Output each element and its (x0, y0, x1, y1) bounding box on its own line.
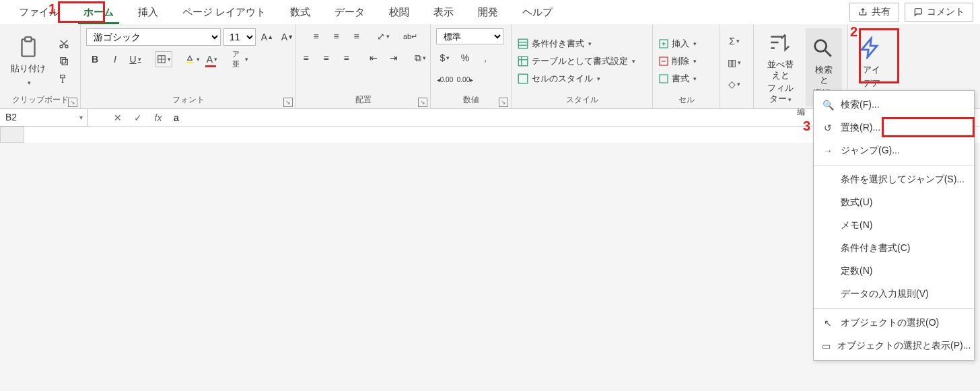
borders-button[interactable] (155, 51, 172, 67)
group-alignment: ≡ ≡ ≡ ⤢ ab↵ ≡ ≡ ≡ ⇤ ⇥ ⧉ 配置 ↘ (296, 24, 431, 108)
font-name-combo[interactable]: 游ゴシック (86, 28, 221, 46)
menu-notes[interactable]: メモ(N) (814, 214, 974, 237)
menu-selection-pane[interactable]: ▭ オブジェクトの選択と表示(P)... (814, 334, 974, 357)
number-launcher[interactable]: ↘ (499, 98, 508, 107)
clipboard-group-title: クリップボード (5, 94, 75, 107)
annotation-number-1: 1 (48, 1, 56, 17)
decrease-indent-button[interactable]: ⇤ (365, 50, 382, 66)
tab-insert[interactable]: 挿入 (126, 2, 170, 23)
comma-style-button[interactable]: , (477, 50, 494, 66)
increase-decimal-button[interactable]: ◂0.00 (436, 71, 454, 87)
share-button[interactable]: 共有 (849, 3, 899, 22)
group-font: 游ゴシック 11 A▲ A▼ B I U (81, 24, 296, 108)
group-number: 標準 $ % , ◂0.00 0.00▸ 数値 ↘ (431, 24, 512, 108)
align-middle-button[interactable]: ≡ (328, 28, 345, 44)
cell-styles-label: セルのスタイル (532, 73, 593, 85)
paste-button[interactable]: 貼り付け (5, 28, 51, 94)
alignment-launcher[interactable]: ↘ (418, 98, 427, 107)
menu-goto-label: ジャンプ(G)... (841, 145, 900, 157)
underline-button[interactable]: U (127, 51, 144, 67)
wrap-text-button[interactable]: ab↵ (402, 28, 419, 44)
table-format-label: テーブルとして書式設定 (532, 55, 628, 67)
menu-find[interactable]: 🔍 検索(F)... (814, 94, 974, 116)
cut-button[interactable] (55, 36, 73, 52)
share-icon (858, 7, 868, 17)
align-center-button[interactable]: ≡ (318, 50, 335, 66)
format-cells-button[interactable]: 書式 (658, 73, 697, 85)
clear-button[interactable]: ◇ (726, 76, 743, 92)
select-all-corner[interactable] (0, 127, 24, 143)
format-as-table-button[interactable]: テーブルとして書式設定 (517, 55, 635, 67)
align-right-button[interactable]: ≡ (338, 50, 355, 66)
annotation-box-1 (58, 1, 105, 23)
conditional-format-button[interactable]: 条件付き書式 (517, 38, 635, 50)
enter-formula-button[interactable]: ✓ (128, 112, 148, 123)
italic-button[interactable]: I (106, 51, 124, 67)
copy-button[interactable] (55, 53, 73, 69)
tab-developer[interactable]: 開発 (466, 2, 510, 23)
number-format-combo[interactable]: 標準 (436, 28, 503, 44)
tab-help[interactable]: ヘルプ (510, 2, 565, 23)
align-left-button[interactable]: ≡ (298, 50, 315, 66)
insert-cells-button[interactable]: 挿入 (658, 38, 697, 50)
tab-view[interactable]: 表示 (421, 2, 466, 23)
sort-filter-button[interactable]: 並べ替えと フィルター (759, 28, 802, 106)
pointer-icon: ↖ (822, 318, 834, 328)
font-color-button[interactable]: A (203, 51, 221, 67)
menu-notes-label: メモ(N) (841, 219, 872, 232)
cell-styles-button[interactable]: セルのスタイル (517, 73, 635, 85)
comment-icon (913, 7, 923, 17)
autosum-button[interactable]: Σ (726, 33, 743, 49)
tab-page-layout[interactable]: ページ レイアウト (170, 2, 278, 23)
align-top-button[interactable]: ≡ (308, 28, 325, 44)
increase-font-button[interactable]: A▲ (258, 29, 276, 45)
menu-formulas[interactable]: 数式(U) (814, 191, 974, 214)
fx-button[interactable]: fx (148, 112, 168, 123)
decrease-decimal-button[interactable]: 0.00▸ (456, 71, 474, 87)
menu-find-label: 検索(F)... (841, 99, 880, 111)
find-select-icon (811, 36, 837, 62)
format-painter-button[interactable] (55, 71, 73, 87)
increase-indent-button[interactable]: ⇥ (385, 50, 403, 66)
svg-point-14 (815, 40, 827, 51)
svg-rect-4 (62, 59, 67, 65)
cancel-formula-button[interactable]: ✕ (108, 112, 128, 123)
font-group-title: フォント (86, 94, 290, 107)
merge-center-button[interactable]: ⧉ (412, 50, 429, 66)
menu-goto-special[interactable]: 条件を選択してジャンプ(S)... (814, 168, 974, 191)
svg-rect-10 (518, 74, 528, 83)
cond-format-label: 条件付き書式 (532, 38, 584, 50)
tab-data[interactable]: データ (322, 2, 377, 23)
font-size-combo[interactable]: 11 (223, 28, 256, 46)
search-icon: 🔍 (822, 100, 834, 110)
orientation-button[interactable]: ⤢ (375, 28, 392, 44)
comment-button[interactable]: コメント (905, 3, 973, 22)
clipboard-launcher[interactable]: ↘ (68, 98, 77, 107)
menu-goto[interactable]: → ジャンプ(G)... (814, 139, 974, 162)
menu-data-validation[interactable]: データの入力規則(V) (814, 283, 974, 306)
phonetic-guide-button[interactable]: ア亜 (232, 51, 249, 67)
fill-color-button[interactable] (183, 51, 201, 67)
delete-cells-label: 削除 (672, 55, 689, 67)
menu-constants[interactable]: 定数(N) (814, 260, 974, 283)
font-launcher[interactable]: ↘ (283, 98, 293, 107)
tab-formulas[interactable]: 数式 (278, 2, 322, 23)
find-label: 検索と (811, 65, 837, 85)
align-bottom-button[interactable]: ≡ (348, 28, 365, 44)
menu-selobj-label: オブジェクトの選択(O) (841, 317, 939, 329)
svg-rect-7 (186, 62, 193, 63)
menu-conditional-format[interactable]: 条件付き書式(C) (814, 237, 974, 260)
group-autosum: Σ ▥ ◇ (720, 24, 754, 108)
delete-cells-button[interactable]: 削除 (658, 55, 697, 67)
group-cells: 挿入 削除 書式 セル (653, 24, 720, 108)
tab-review[interactable]: 校閲 (377, 2, 421, 23)
percent-button[interactable]: % (456, 50, 474, 66)
svg-rect-8 (518, 39, 528, 48)
currency-button[interactable]: $ (436, 50, 454, 66)
bold-button[interactable]: B (86, 51, 104, 67)
menu-select-objects[interactable]: ↖ オブジェクトの選択(O) (814, 312, 974, 334)
decrease-font-button[interactable]: A▼ (279, 29, 296, 45)
name-box[interactable]: B2 (0, 109, 88, 127)
fill-button[interactable]: ▥ (726, 55, 743, 71)
sort-label: 並べ替えと (765, 59, 796, 80)
